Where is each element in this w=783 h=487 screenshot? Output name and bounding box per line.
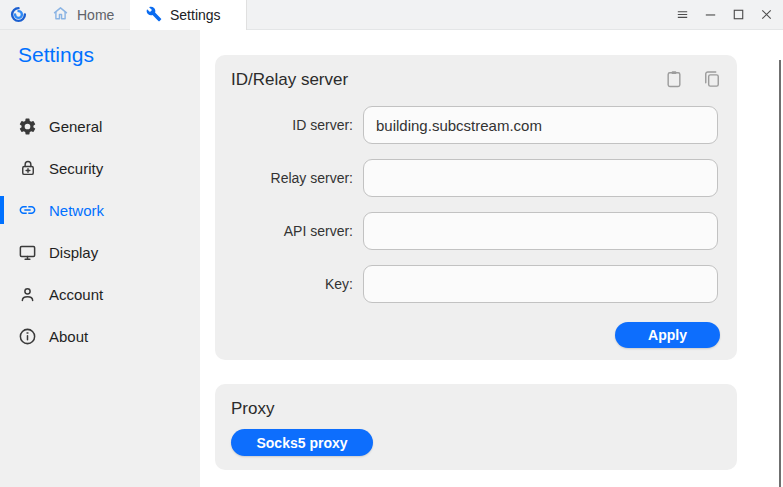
key-label: Key: (215, 276, 363, 292)
sidebar-item-network[interactable]: Network (0, 189, 200, 231)
api-server-label: API server: (215, 223, 363, 239)
titlebar: Home Settings (0, 0, 783, 30)
settings-sidebar: Settings General (0, 30, 200, 487)
proxy-card-title: Proxy (231, 397, 721, 419)
monitor-icon (18, 243, 37, 262)
house-icon (52, 5, 69, 25)
sidebar-item-label: Account (49, 286, 103, 303)
tab-home-label: Home (77, 7, 114, 23)
sidebar-title: Settings (18, 43, 200, 67)
copy-icon[interactable] (701, 68, 723, 90)
sidebar-item-label: General (49, 118, 102, 135)
relay-server-label: Relay server: (215, 170, 363, 186)
form-row-key: Key: (215, 265, 737, 303)
card-title: ID/Relay server (231, 68, 348, 90)
sidebar-item-account[interactable]: Account (0, 273, 200, 315)
key-input[interactable] (363, 265, 718, 303)
sidebar-item-label: Security (49, 160, 103, 177)
api-server-input[interactable] (363, 212, 718, 250)
tab-settings[interactable]: Settings (130, 0, 247, 30)
minimize-button[interactable] (699, 4, 721, 26)
sidebar-item-about[interactable]: About (0, 315, 200, 357)
padlock-plus-icon (18, 159, 37, 178)
socks5-proxy-button[interactable]: Socks5 proxy (231, 429, 373, 456)
close-button[interactable] (755, 4, 777, 26)
id-relay-server-card: ID/Relay server (215, 55, 737, 360)
chain-link-icon (18, 201, 37, 220)
person-icon (18, 285, 37, 304)
relay-server-input[interactable] (363, 159, 718, 197)
tab-home[interactable]: Home (36, 0, 130, 29)
main-content: ID/Relay server (200, 30, 783, 487)
gear-icon (18, 117, 37, 136)
window-controls (671, 0, 783, 29)
sidebar-menu: General Security (0, 105, 200, 357)
form-row-api-server: API server: (215, 212, 737, 250)
sidebar-item-display[interactable]: Display (0, 231, 200, 273)
sidebar-item-security[interactable]: Security (0, 147, 200, 189)
sidebar-item-label: Network (49, 202, 104, 219)
sidebar-item-general[interactable]: General (0, 105, 200, 147)
tab-settings-label: Settings (170, 7, 221, 23)
app-logo-icon (0, 0, 36, 29)
proxy-card: Proxy Socks5 proxy (215, 384, 737, 470)
server-form: ID server: Relay server: API server: Key… (215, 106, 737, 303)
active-indicator (0, 196, 4, 224)
wrench-icon (146, 6, 162, 25)
hamburger-menu-button[interactable] (671, 4, 693, 26)
id-server-input[interactable] (363, 106, 718, 144)
scrollbar[interactable] (779, 60, 781, 487)
maximize-button[interactable] (727, 4, 749, 26)
form-row-id-server: ID server: (215, 106, 737, 144)
id-server-label: ID server: (215, 117, 363, 133)
sidebar-item-label: About (49, 328, 88, 345)
paste-clipboard-icon[interactable] (663, 68, 685, 90)
apply-button[interactable]: Apply (615, 322, 720, 348)
info-circle-icon (18, 327, 37, 346)
sidebar-item-label: Display (49, 244, 98, 261)
form-row-relay-server: Relay server: (215, 159, 737, 197)
